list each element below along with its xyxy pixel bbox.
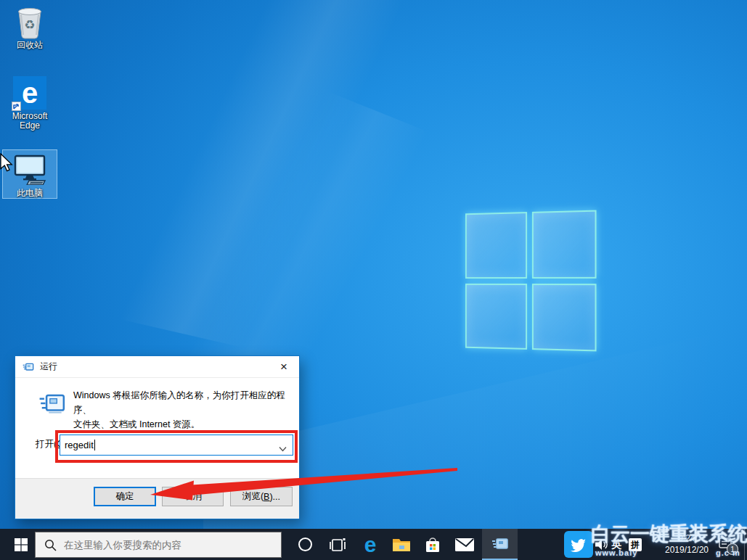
taskbar-edge-button[interactable]: e <box>354 529 386 560</box>
windows-logo-pane <box>531 210 596 279</box>
run-dialog-title: 运行 <box>40 361 57 373</box>
chevron-down-icon[interactable] <box>279 442 287 455</box>
show-desktop-button[interactable] <box>744 529 747 560</box>
text-caret <box>94 440 95 450</box>
run-app-icon <box>491 535 509 553</box>
twitter-bird-icon <box>570 538 587 552</box>
recycle-symbol: ♻ <box>24 18 35 32</box>
clock-time: 9:24 <box>656 532 718 544</box>
edge-icon: e <box>364 534 377 556</box>
ime-language-indicator[interactable]: 英 <box>611 538 621 551</box>
taskbar-clock[interactable]: 9:24 2019/12/20 <box>656 532 718 556</box>
desktop-icon-microsoft-edge[interactable]: e Microsoft Edge <box>4 75 55 131</box>
taskbar-search[interactable] <box>35 532 282 558</box>
cancel-button[interactable]: 取消 <box>162 487 224 506</box>
search-input[interactable] <box>64 540 260 551</box>
notification-badge: 1 <box>727 543 738 555</box>
task-view-icon <box>329 537 346 553</box>
mail-button[interactable] <box>449 529 481 560</box>
desktop-icon-label: 回收站 <box>4 41 55 50</box>
shortcut-arrow-icon <box>12 102 21 111</box>
windows-logo-icon <box>15 538 28 551</box>
run-dialog-titlebar[interactable]: 运行 × <box>15 356 299 378</box>
edge-icon: e <box>13 76 46 110</box>
task-view-button[interactable] <box>322 529 354 560</box>
windows-logo-pane <box>465 212 527 278</box>
file-explorer-button[interactable] <box>385 529 417 560</box>
windows-wallpaper-logo <box>465 210 597 352</box>
run-command-value: regedit <box>65 440 94 450</box>
search-icon <box>44 539 57 551</box>
desktop: ♻ 回收站 e Microsoft Edge <box>0 0 747 560</box>
store-icon <box>423 535 442 554</box>
windows-logo-pane <box>531 284 596 352</box>
browse-button[interactable]: 浏览(B)... <box>230 487 293 506</box>
desktop-icon-label: Microsoft Edge <box>7 112 53 131</box>
run-dialog-icon <box>23 361 34 373</box>
run-command-input[interactable]: regedit <box>60 435 293 456</box>
folder-icon <box>391 536 412 553</box>
desktop-icon-this-pc[interactable]: 此电脑 <box>4 152 55 198</box>
run-dialog: 运行 × Windows 将根据你所输入的名称，为你打开相应的程序、 文件夹、文… <box>15 355 300 519</box>
taskbar-run-app-button-active[interactable] <box>482 529 518 560</box>
clock-date: 2019/12/20 <box>656 544 718 556</box>
run-dialog-icon-large <box>38 390 66 420</box>
run-dialog-description: Windows 将根据你所输入的名称，为你打开相应的程序、 文件夹、文档或 In… <box>73 388 295 432</box>
computer-icon <box>4 152 55 187</box>
volume-icon[interactable] <box>595 539 609 553</box>
desktop-icon-label: 此电脑 <box>4 189 55 198</box>
cortana-button[interactable] <box>289 529 321 560</box>
desktop-icon-recycle-bin[interactable]: ♻ 回收站 <box>4 4 55 50</box>
twitter-button[interactable] <box>564 531 593 558</box>
taskbar: e <box>0 529 747 560</box>
cortana-icon <box>298 538 312 551</box>
windows-logo-pane <box>465 283 527 349</box>
microsoft-store-button[interactable] <box>417 529 449 560</box>
close-icon[interactable]: × <box>269 356 299 377</box>
recycle-bin-icon: ♻ <box>4 4 55 39</box>
ime-mode-indicator[interactable]: 拼 <box>629 538 642 551</box>
mail-icon <box>454 538 475 552</box>
start-button[interactable] <box>7 529 35 560</box>
ok-button[interactable]: 确定 <box>94 487 156 506</box>
